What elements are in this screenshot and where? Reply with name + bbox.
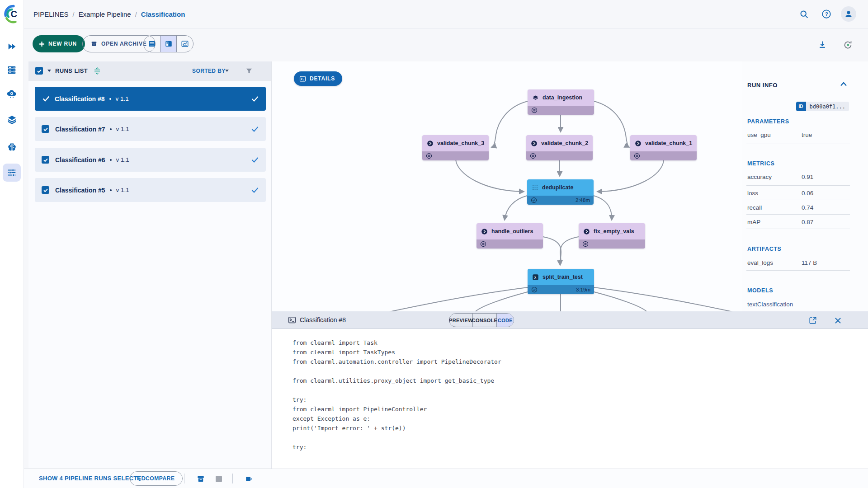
runs-list-title: RUNS LIST (55, 67, 88, 74)
clearml-logo-icon: C (3, 4, 23, 24)
plus-icon (39, 41, 45, 47)
run-id-chip[interactable]: ID bd00a0f1... (796, 102, 849, 111)
row-divider (746, 214, 850, 215)
select-all-checkbox[interactable] (35, 67, 43, 75)
run-version: v 1.1 (116, 156, 129, 163)
code-viewer[interactable]: from clearml import Task from clearml im… (292, 338, 501, 452)
chart-view-toggle[interactable] (177, 36, 193, 52)
compare-arrows-icon (136, 475, 142, 482)
close-drawer-button[interactable] (832, 315, 843, 326)
download-button[interactable] (816, 38, 829, 52)
run-version: v 1.1 (116, 187, 129, 193)
archive-runs-button[interactable] (195, 473, 207, 485)
run-row-classification-7[interactable]: Classification #7 v 1.1 (35, 117, 266, 141)
param-key: use_gpu (747, 131, 771, 138)
node-validate-chunk-2[interactable]: validate_chunk_2 (526, 135, 593, 160)
compare-button[interactable]: COMPARE (130, 471, 183, 486)
sidebar-item-pipelines[interactable] (3, 164, 21, 182)
row-divider (746, 229, 850, 229)
run-info-title: RUN INFO (747, 82, 778, 89)
completed-check-icon (531, 286, 538, 293)
pipelines-icon (7, 168, 17, 178)
node-fix-empty-vals[interactable]: fix_empty_vals (579, 223, 645, 249)
run-status-check-icon (251, 187, 259, 193)
user-avatar[interactable] (841, 6, 856, 22)
metric-key: mAP (747, 219, 760, 225)
tune-columns-icon[interactable] (93, 67, 101, 75)
help-button[interactable]: ? (819, 6, 834, 22)
breadcrumb-project[interactable]: Example Pipeline (79, 10, 131, 18)
dag-edges (272, 61, 742, 311)
compare-label: COMPARE (146, 475, 175, 482)
section-parameters: PARAMETERS (747, 118, 789, 125)
open-archive-label: OPEN ARCHIVE (101, 41, 147, 47)
queued-icon (634, 153, 640, 159)
new-run-button[interactable]: NEW RUN (33, 35, 85, 52)
selected-check-icon[interactable] (42, 96, 50, 102)
tab-console[interactable]: CONSOLE (473, 314, 497, 327)
breadcrumb-separator: / (135, 10, 137, 18)
split-view-toggle[interactable] (160, 36, 177, 52)
abort-runs-button[interactable] (213, 473, 225, 485)
model-link[interactable]: textClassification (747, 301, 793, 308)
run-row-classification-5[interactable]: Classification #5 v 1.1 (35, 178, 266, 202)
node-time: 2:48m (576, 197, 590, 203)
metric-value: 0.87 (802, 219, 813, 225)
queued-icon (582, 241, 589, 247)
run-row-classification-8[interactable]: Classification #8 v 1.1 (35, 87, 266, 111)
sidebar-item-datasets[interactable] (3, 110, 21, 128)
run-checkbox[interactable] (42, 186, 49, 194)
pipeline-dag-canvas[interactable]: DETAILS data_ingestion (272, 61, 742, 311)
table-view-toggle[interactable] (144, 36, 160, 52)
svg-text:?: ? (825, 11, 828, 17)
run-checkbox[interactable] (42, 156, 49, 164)
sidebar-item-projects[interactable] (3, 38, 21, 56)
node-header: validate_chunk_1 (630, 135, 697, 151)
open-in-new-icon (809, 316, 817, 324)
auto-refresh-button[interactable] (841, 38, 854, 52)
select-dropdown-caret-icon[interactable] (47, 69, 52, 72)
refresh-pause-icon (843, 40, 853, 50)
run-checkbox[interactable] (42, 125, 49, 133)
node-header: validate_chunk_2 (526, 135, 593, 151)
new-run-label: NEW RUN (48, 41, 77, 47)
queued-icon (426, 153, 432, 159)
drawer-title: Classification #8 (300, 316, 346, 324)
node-validate-chunk-1[interactable]: validate_chunk_1 (630, 135, 697, 160)
breadcrumb-pipelines[interactable]: PIPELINES (33, 10, 69, 18)
sort-caret-icon[interactable] (225, 69, 229, 72)
stop-icon (216, 476, 222, 482)
run-row-classification-6[interactable]: Classification #6 v 1.1 (35, 148, 266, 172)
queued-icon (480, 241, 486, 247)
open-in-new-button[interactable] (807, 315, 818, 326)
run-version: v 1.1 (116, 126, 129, 132)
row-divider (746, 144, 850, 144)
collapse-chevron-icon[interactable] (840, 82, 847, 86)
sorted-by-button[interactable]: SORTED BY (192, 68, 226, 74)
filter-funnel-icon[interactable] (245, 67, 253, 75)
chevron-circle-icon (635, 140, 642, 147)
search-button[interactable] (796, 6, 811, 22)
node-handle-outliers[interactable]: handle_outliers (476, 223, 543, 249)
details-button[interactable]: DETAILS (294, 71, 342, 86)
top-header: PIPELINES / Example Pipeline / Classific… (24, 0, 868, 28)
node-label: data_ingestion (542, 94, 582, 101)
check-icon (37, 68, 42, 74)
sidebar-item-workers[interactable] (3, 61, 21, 79)
sidebar-item-data-processing[interactable] (3, 85, 21, 103)
node-label: handle_outliers (491, 228, 533, 235)
person-icon (844, 9, 853, 19)
tab-code[interactable]: CODE (497, 314, 514, 327)
node-split-train-test[interactable]: λ split_train_test 3:19m (528, 269, 594, 294)
add-tag-button[interactable] (243, 473, 255, 485)
sidebar-item-models[interactable] (3, 138, 21, 156)
node-deduplicate[interactable]: deduplicate 2:48m (527, 179, 594, 205)
artifact-value: 117 B (802, 259, 817, 266)
clearml-logo[interactable]: C (3, 4, 23, 24)
node-validate-chunk-3[interactable]: validate_chunk_3 (422, 135, 489, 160)
node-data-ingestion[interactable]: data_ingestion (528, 89, 594, 115)
node-status-bar (579, 239, 645, 249)
tab-preview[interactable]: PREVIEW (449, 314, 473, 327)
dedup-dots-icon (532, 184, 538, 191)
chevron-circle-icon (481, 228, 488, 235)
